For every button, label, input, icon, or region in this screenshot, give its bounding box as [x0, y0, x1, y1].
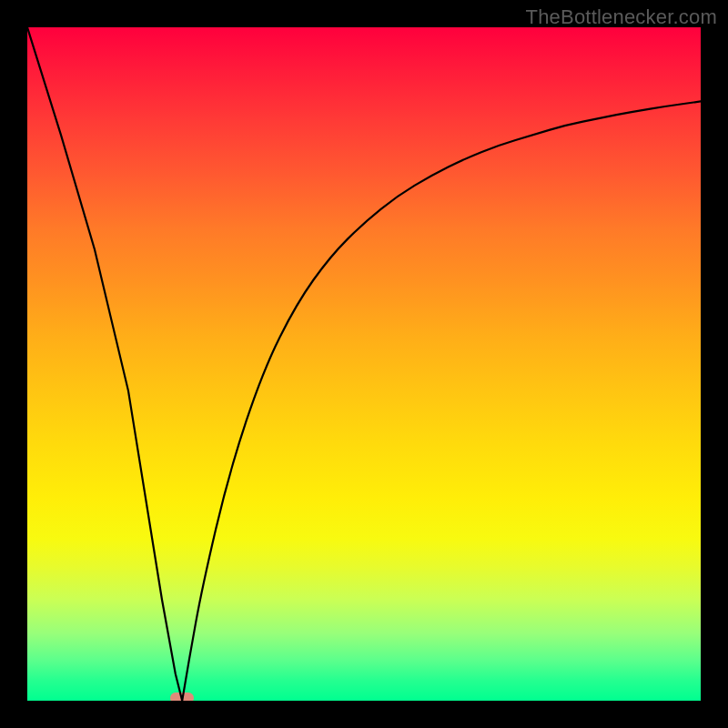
watermark-text: TheBottlenecker.com — [526, 5, 717, 29]
chart-frame: TheBottlenecker.com — [0, 0, 728, 728]
plot-area — [27, 27, 701, 701]
bottleneck-curve — [27, 27, 701, 701]
